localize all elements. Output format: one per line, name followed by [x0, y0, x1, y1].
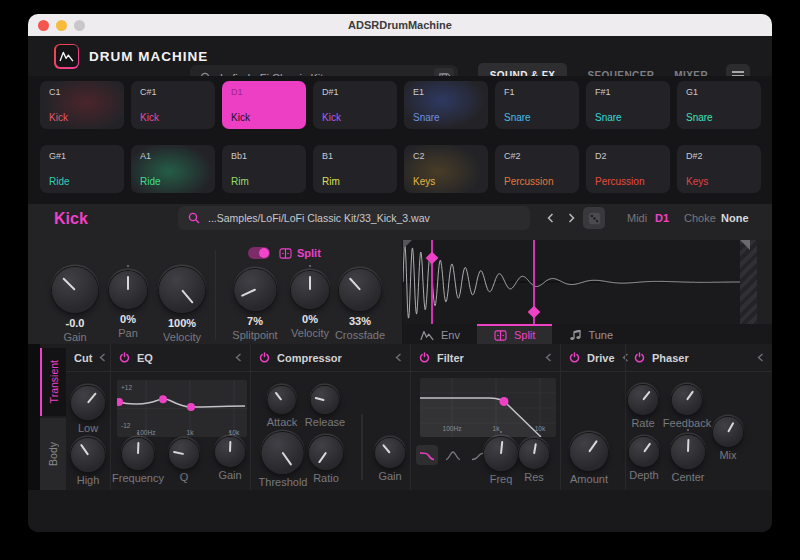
frequency-knob[interactable]: Frequency: [112, 438, 164, 484]
tab-tune[interactable]: Tune: [552, 324, 630, 344]
release-knob[interactable]: Release: [305, 386, 345, 428]
knob-dial[interactable]: [234, 269, 276, 311]
knob-dial[interactable]: [215, 437, 245, 467]
feedback-knob[interactable]: Feedback: [663, 385, 711, 429]
knob-dial[interactable]: [311, 386, 339, 414]
split-icon: [494, 330, 507, 341]
pad-cs1[interactable]: C#1Kick: [131, 81, 215, 129]
q-knob[interactable]: Q: [169, 439, 199, 483]
power-icon[interactable]: [569, 352, 580, 363]
knob-dial[interactable]: [52, 267, 98, 313]
gain-knob[interactable]: -0.0Gain: [52, 267, 98, 343]
pad-cs2[interactable]: C#2Percussion: [495, 145, 579, 193]
pad-grid: C1KickC#1KickD1KickD#1KickE1SnareF1Snare…: [40, 81, 761, 193]
pad-fs1[interactable]: F#1Snare: [586, 81, 670, 129]
fx-tab-transient[interactable]: Transient: [40, 348, 66, 416]
power-icon[interactable]: [259, 352, 270, 363]
collapse-chevron-icon[interactable]: [545, 353, 552, 362]
knob-label: Mix: [719, 450, 736, 461]
knob-dial[interactable]: [628, 385, 658, 415]
collapse-chevron-icon[interactable]: [395, 353, 402, 362]
pad-c2[interactable]: C2Keys: [404, 145, 488, 193]
crossfade-knob[interactable]: 33%Crossfade: [335, 269, 385, 341]
low-knob[interactable]: Low: [71, 386, 105, 434]
fx-tab-body[interactable]: Body: [40, 418, 66, 490]
threshold-knob[interactable]: Threshold: [259, 432, 308, 488]
knob-dial[interactable]: [570, 433, 608, 471]
knob-dial[interactable]: [309, 436, 343, 470]
trim-handle-left[interactable]: [403, 240, 412, 249]
collapse-chevron-icon[interactable]: [757, 353, 764, 362]
knob-dial[interactable]: [484, 437, 518, 471]
depth-knob[interactable]: Depth: [629, 437, 659, 481]
filter-graph[interactable]: 100Hz 1k 10k: [420, 378, 556, 437]
previous-sample-button[interactable]: [541, 209, 559, 227]
pad-ds1[interactable]: D#1Kick: [313, 81, 397, 129]
sample-search-input[interactable]: ...Samples/LoFi/LoFi Classic Kit/33_Kick…: [178, 206, 530, 230]
gain-knob[interactable]: Gain: [215, 437, 245, 481]
velocity-knob[interactable]: 100%Velocity: [159, 267, 205, 343]
eq-graph[interactable]: +12 -12 100Hz 1k 10k: [117, 380, 247, 437]
high-knob[interactable]: High: [71, 438, 105, 486]
choke-value[interactable]: None: [721, 212, 749, 224]
pad-ds2[interactable]: D#2Keys: [677, 145, 761, 193]
knob-dial[interactable]: [291, 271, 329, 309]
mix-knob[interactable]: Mix: [713, 417, 743, 461]
rate-knob[interactable]: Rate: [628, 385, 658, 429]
splitpoint-knob[interactable]: 7%Splitpoint: [232, 269, 277, 341]
knob-dial[interactable]: [672, 385, 702, 415]
tab-split[interactable]: Split: [477, 324, 552, 344]
pad-b1[interactable]: B1Rim: [313, 145, 397, 193]
knob-dial[interactable]: [519, 439, 549, 469]
power-icon[interactable]: [634, 352, 645, 363]
ratio-knob[interactable]: Ratio: [309, 436, 343, 484]
attack-knob[interactable]: Attack: [267, 386, 298, 428]
knob-dial[interactable]: [122, 438, 154, 470]
knob-dial[interactable]: [71, 438, 105, 472]
split-toggle[interactable]: [248, 247, 270, 259]
random-sample-button[interactable]: [583, 207, 605, 229]
trim-handle-right[interactable]: [740, 240, 750, 250]
velocity-knob[interactable]: 0%Velocity: [291, 271, 329, 339]
pad-a1[interactable]: A1Ride: [131, 145, 215, 193]
gain-knob[interactable]: Gain: [375, 438, 405, 482]
pad-g1[interactable]: G1Snare: [677, 81, 761, 129]
midi-value[interactable]: D1: [655, 212, 669, 224]
pad-label: Ride: [140, 176, 206, 187]
collapse-chevron-icon[interactable]: [235, 353, 242, 362]
app-brand: DRUM MACHINE: [89, 49, 208, 64]
knob-dial[interactable]: [71, 386, 105, 420]
pad-c1[interactable]: C1Kick: [40, 81, 124, 129]
tab-env[interactable]: Env: [403, 324, 477, 344]
pad-d2[interactable]: D2Percussion: [586, 145, 670, 193]
next-sample-button[interactable]: [562, 209, 580, 227]
waveform-gain-handle[interactable]: [740, 240, 757, 324]
power-icon[interactable]: [119, 352, 130, 363]
pan-knob[interactable]: 0%Pan: [109, 271, 147, 339]
knob-dial[interactable]: [339, 269, 381, 311]
pad-gs1[interactable]: G#1Ride: [40, 145, 124, 193]
pad-bb1[interactable]: Bb1Rim: [222, 145, 306, 193]
knob-dial[interactable]: [109, 271, 147, 309]
amount-knob[interactable]: Amount: [570, 433, 608, 485]
knob-dial[interactable]: [713, 417, 743, 447]
knob-dial[interactable]: [629, 437, 659, 467]
power-icon[interactable]: [419, 352, 430, 363]
pad-f1[interactable]: F1Snare: [495, 81, 579, 129]
center-knob[interactable]: Center: [671, 435, 705, 483]
pad-d1[interactable]: D1Kick: [222, 81, 306, 129]
knob-dial[interactable]: [671, 435, 705, 469]
knob-dial[interactable]: [262, 432, 304, 474]
collapse-chevron-icon[interactable]: [99, 353, 106, 362]
knob-dial[interactable]: [375, 438, 405, 468]
knob-dial[interactable]: [169, 439, 199, 469]
waveform-display[interactable]: [403, 240, 740, 324]
filter-type-bandpass[interactable]: [442, 445, 464, 465]
knob-dial[interactable]: [159, 267, 205, 313]
freq-knob[interactable]: Freq: [484, 437, 518, 485]
filter-type-lowpass[interactable]: [416, 445, 438, 465]
res-knob[interactable]: Res: [519, 439, 549, 483]
knob-dial[interactable]: [268, 386, 296, 414]
pad-label: Keys: [413, 176, 479, 187]
pad-e1[interactable]: E1Snare: [404, 81, 488, 129]
